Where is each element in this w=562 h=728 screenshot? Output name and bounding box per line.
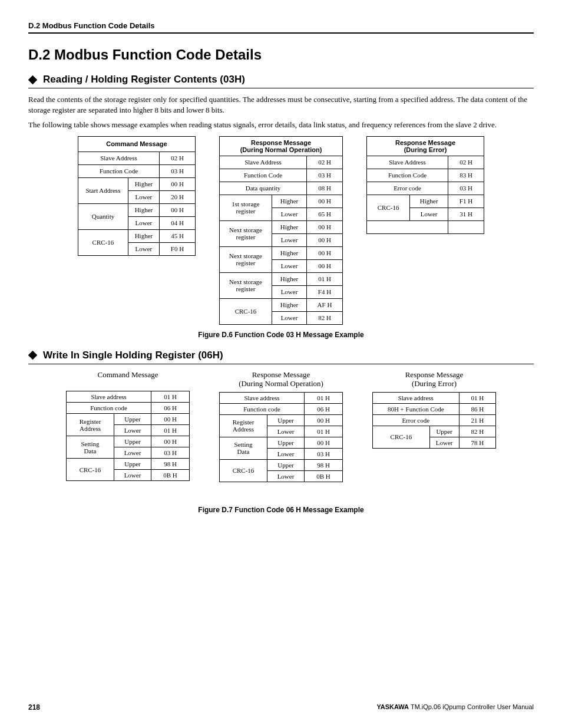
cell: 03 H: [448, 182, 484, 195]
cell: Slave Address: [367, 156, 448, 169]
cell: 31 H: [448, 207, 484, 220]
cell: Error code: [367, 182, 448, 195]
cell: AF H: [307, 298, 343, 311]
cell: Higher: [272, 246, 307, 259]
cell: Higher: [128, 203, 159, 216]
cell: 78 H: [459, 437, 495, 448]
cell: Lower: [267, 470, 305, 482]
cell: Next storage register: [220, 272, 272, 298]
cell: RegisterAddress: [67, 414, 114, 436]
cell: Slave address: [220, 392, 305, 403]
cell: Next storage register: [220, 246, 272, 272]
cell: 82 H: [459, 426, 495, 437]
table-heading: Response Message(During Normal Operation…: [239, 370, 323, 388]
cell: Function Code: [367, 169, 448, 182]
subsection-text: Write In Single Holding Register (06H): [43, 350, 223, 361]
cell: Lower: [429, 437, 459, 448]
table-response-normal-03h: Response Message(During Normal Operation…: [219, 136, 343, 325]
cell: 02 H: [448, 156, 484, 169]
subsection-heading-06h: Write In Single Holding Register (06H): [28, 350, 534, 364]
subsection-text: Reading / Holding Register Contents (03H…: [43, 74, 245, 85]
cell: Upper: [114, 414, 151, 425]
cell: 1st storage register: [220, 195, 272, 220]
cell: 00 H: [151, 436, 190, 447]
table-title: Command Message: [78, 136, 196, 151]
cell: Lower: [267, 448, 305, 459]
cell: Higher: [272, 272, 307, 285]
cell: Slave address: [373, 392, 459, 403]
cell: 00 H: [307, 195, 343, 207]
page-footer: 218 YASKAWA TM.iQp.06 iQpump Controller …: [28, 703, 534, 711]
cell: 02 H: [160, 151, 196, 164]
cell: Error code: [373, 414, 459, 426]
cell: 03 H: [151, 447, 190, 459]
cell: 00 H: [305, 414, 343, 426]
cell: F4 H: [307, 285, 343, 298]
table-heading: Command Message: [98, 370, 158, 380]
cell: Slave Address: [78, 151, 160, 164]
cell: F0 H: [160, 242, 196, 255]
cell: Lower: [128, 216, 159, 229]
subsection-heading-03h: Reading / Holding Register Contents (03H…: [28, 74, 534, 88]
cell: SettingData: [67, 436, 114, 459]
cell: Upper: [114, 459, 151, 470]
tables-row-03h: Command Message Slave Address02 H Functi…: [28, 136, 534, 325]
figure-caption-d6: Figure D.6 Function Code 03 H Message Ex…: [28, 331, 534, 339]
running-head: D.2 Modbus Function Code Details: [28, 21, 534, 34]
cell: CRC-16: [367, 195, 410, 220]
cell: 0B H: [305, 470, 343, 482]
cell: Lower: [114, 470, 151, 481]
cell: Lower: [128, 242, 159, 255]
cell: Higher: [128, 229, 159, 242]
cell: SettingData: [220, 437, 267, 459]
cell: 03 H: [160, 164, 196, 177]
cell: 00 H: [307, 220, 343, 233]
cell: 04 H: [160, 216, 196, 229]
cell: 65 H: [307, 207, 343, 220]
paragraph: The following table shows message exampl…: [28, 120, 534, 130]
cell: Lower: [272, 207, 307, 220]
table-response-error-06h: Slave address01 H 80H + Function Code86 …: [372, 392, 496, 449]
manual-ref: YASKAWA TM.iQp.06 iQpump Controller User…: [376, 703, 534, 711]
diamond-icon: [28, 75, 38, 84]
table-title: Response Message(During Error): [367, 136, 484, 156]
cell: Lower: [272, 259, 307, 272]
cell: 00 H: [160, 203, 196, 216]
cell: Lower: [114, 447, 151, 459]
tables-row-06h: Command Message Slave address01 H Functi…: [28, 370, 534, 482]
cell: 01 H: [151, 391, 190, 403]
cell: 06 H: [151, 403, 190, 414]
cell: Function code: [220, 403, 305, 414]
cell: Upper: [429, 426, 459, 437]
cell: CRC-16: [220, 459, 267, 482]
cell: Higher: [272, 220, 307, 233]
table-command-03h: Command Message Slave Address02 H Functi…: [78, 136, 196, 256]
page-number: 218: [28, 703, 40, 711]
cell: 03 H: [307, 169, 343, 182]
cell: RegisterAddress: [220, 414, 267, 437]
cell: Lower: [410, 207, 448, 220]
cell: Upper: [267, 459, 305, 470]
table-response-error-03h: Response Message(During Error) Slave Add…: [366, 136, 484, 234]
cell: Slave Address: [220, 156, 307, 169]
cell: Higher: [128, 177, 159, 190]
cell: Data quantity: [220, 182, 307, 195]
cell: Function Code: [78, 164, 160, 177]
diamond-icon: [28, 351, 38, 360]
cell: Function Code: [220, 169, 307, 182]
table-heading: Response Message(During Error): [405, 370, 464, 388]
cell: 03 H: [305, 448, 343, 459]
cell: Lower: [272, 311, 307, 324]
section-title: D.2 Modbus Function Code Details: [28, 47, 534, 63]
cell: 98 H: [151, 459, 190, 470]
cell: Slave address: [67, 391, 151, 403]
cell: 00 H: [305, 437, 343, 448]
cell: Upper: [267, 437, 305, 448]
cell: 00 H: [160, 177, 196, 190]
cell: 80H + Function Code: [373, 403, 459, 414]
cell: CRC-16: [220, 298, 272, 324]
cell: Function code: [67, 403, 151, 414]
cell: 06 H: [305, 403, 343, 414]
cell: 00 H: [307, 233, 343, 246]
cell: 21 H: [459, 414, 495, 426]
